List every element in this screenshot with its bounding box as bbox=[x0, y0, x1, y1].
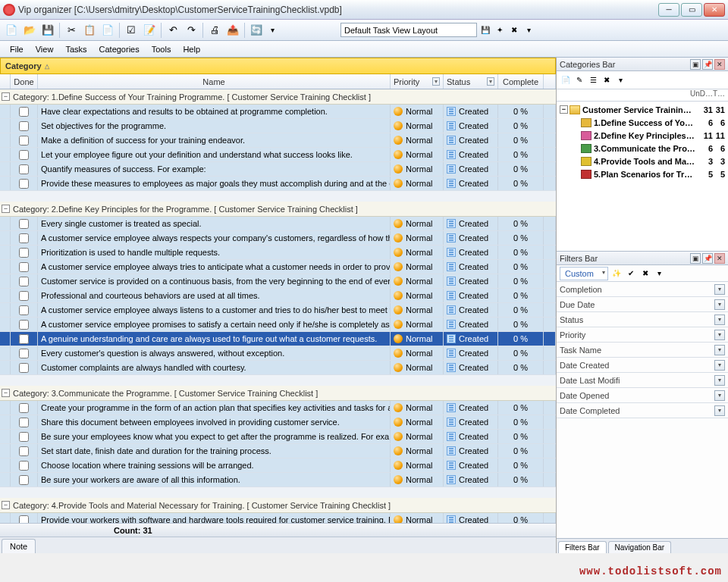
task-row[interactable]: Every customer's question is always answ… bbox=[0, 346, 556, 361]
panel-restore-icon[interactable]: ▣ bbox=[690, 59, 701, 70]
layout-delete-icon[interactable]: ✖ bbox=[508, 24, 520, 36]
filter-field[interactable]: Date Created▾ bbox=[557, 358, 728, 373]
chevron-down-icon[interactable]: ▾ bbox=[714, 299, 725, 310]
chevron-down-icon[interactable]: ▾ bbox=[714, 314, 725, 325]
done-checkbox[interactable] bbox=[19, 432, 29, 442]
done-checkbox[interactable] bbox=[19, 164, 29, 174]
print-icon[interactable]: 🖨 bbox=[206, 22, 223, 39]
done-checkbox[interactable] bbox=[19, 418, 29, 427]
done-checkbox[interactable] bbox=[19, 291, 29, 301]
menu-help[interactable]: Help bbox=[177, 42, 206, 56]
task-row[interactable]: Prioritization is used to handle multipl… bbox=[0, 246, 556, 260]
category-item[interactable]: 2.Define Key Principles for the1111 bbox=[557, 129, 728, 142]
tab-note[interactable]: Note bbox=[2, 539, 36, 553]
cat-dropdown-icon[interactable]: ▾ bbox=[614, 74, 626, 86]
expand-icon[interactable]: − bbox=[560, 105, 568, 114]
collapse-icon[interactable]: − bbox=[2, 92, 10, 101]
checkbox-icon[interactable]: ☑ bbox=[123, 22, 140, 39]
menu-file[interactable]: File bbox=[5, 42, 29, 56]
collapse-icon[interactable]: − bbox=[2, 389, 10, 397]
filters-pin-icon[interactable]: 📌 bbox=[702, 253, 713, 264]
group-by-header[interactable]: Category △ bbox=[0, 58, 556, 74]
task-row[interactable]: Be sure your workers are aware of all th… bbox=[0, 473, 556, 487]
priority-filter-icon[interactable]: ▾ bbox=[432, 77, 440, 86]
done-checkbox[interactable] bbox=[19, 136, 29, 146]
new-file-icon[interactable]: 📄 bbox=[3, 22, 20, 39]
task-row[interactable]: Professional and courteous behaviors are… bbox=[0, 289, 556, 303]
open-icon[interactable]: 📂 bbox=[21, 22, 38, 39]
menu-categories[interactable]: Categories bbox=[94, 42, 145, 56]
layout-dropdown-icon[interactable]: ▾ bbox=[522, 24, 535, 36]
maximize-button[interactable]: ▭ bbox=[681, 3, 702, 17]
group-header[interactable]: −Category: 1.Define Success of Your Trai… bbox=[0, 89, 556, 105]
task-row[interactable]: Every single customer is treated as spec… bbox=[0, 217, 556, 231]
menu-tasks[interactable]: Tasks bbox=[60, 42, 92, 56]
done-checkbox[interactable] bbox=[19, 320, 29, 330]
done-checkbox[interactable] bbox=[19, 179, 29, 189]
minimize-button[interactable]: ─ bbox=[658, 3, 679, 17]
done-checkbox[interactable] bbox=[19, 334, 29, 344]
task-row[interactable]: Provide these measures to employees as m… bbox=[0, 177, 556, 191]
copy-icon[interactable]: 📋 bbox=[81, 22, 98, 39]
tab-filters-bar[interactable]: Filters Bar bbox=[558, 541, 607, 553]
menu-view[interactable]: View bbox=[30, 42, 59, 56]
filter-wand-icon[interactable]: ✨ bbox=[610, 268, 623, 280]
menu-tools[interactable]: Tools bbox=[146, 42, 177, 56]
group-header[interactable]: −Category: 4.Provide Tools and Material … bbox=[0, 498, 556, 513]
panel-close-icon[interactable]: ✕ bbox=[714, 59, 725, 70]
done-checkbox[interactable] bbox=[19, 107, 29, 117]
group-header[interactable]: −Category: 3.Communicate the Programme. … bbox=[0, 386, 556, 401]
chevron-down-icon[interactable]: ▾ bbox=[714, 284, 725, 295]
filter-check-icon[interactable]: ✔ bbox=[625, 268, 637, 280]
filter-preset-dropdown[interactable]: Custom bbox=[560, 267, 608, 280]
task-row[interactable]: Choose location where training sessions … bbox=[0, 458, 556, 473]
filter-field[interactable]: Date Completed▾ bbox=[557, 403, 728, 418]
done-checkbox[interactable] bbox=[19, 150, 29, 160]
task-row[interactable]: Share this document between employees in… bbox=[0, 415, 556, 430]
filter-dropdown-icon[interactable]: ▾ bbox=[654, 268, 666, 280]
cat-delete-icon[interactable]: ✖ bbox=[601, 74, 613, 86]
done-checkbox[interactable] bbox=[19, 277, 29, 286]
filter-field[interactable]: Due Date▾ bbox=[557, 297, 728, 312]
category-item[interactable]: 3.Communicate the Programme66 bbox=[557, 142, 728, 155]
task-row[interactable]: Quantify measures of success. For exampl… bbox=[0, 162, 556, 177]
save-icon[interactable]: 💾 bbox=[39, 22, 56, 39]
filter-field[interactable]: Date Opened▾ bbox=[557, 388, 728, 403]
done-checkbox[interactable] bbox=[19, 363, 29, 373]
task-row[interactable]: Customer service is provided on a contin… bbox=[0, 274, 556, 289]
chevron-down-icon[interactable]: ▾ bbox=[714, 345, 725, 355]
category-item[interactable]: 1.Define Success of Your Train66 bbox=[557, 116, 728, 129]
cat-new-icon[interactable]: 📄 bbox=[560, 74, 572, 86]
cat-list-icon[interactable]: ☰ bbox=[587, 74, 599, 86]
task-row[interactable]: Create your programme in the form of an … bbox=[0, 401, 556, 415]
done-checkbox[interactable] bbox=[19, 219, 29, 229]
chevron-down-icon[interactable]: ▾ bbox=[714, 390, 725, 401]
chevron-down-icon[interactable]: ▾ bbox=[714, 405, 725, 416]
task-row[interactable]: Have clear expectations and results to b… bbox=[0, 105, 556, 119]
task-row[interactable]: A genuine understanding and care are alw… bbox=[0, 332, 556, 346]
filter-field[interactable]: Completion▾ bbox=[557, 282, 728, 297]
collapse-icon[interactable]: − bbox=[2, 205, 10, 213]
task-row[interactable]: Set objectives for the programme.NormalC… bbox=[0, 119, 556, 133]
col-done[interactable]: Done bbox=[11, 74, 38, 89]
layout-save-icon[interactable]: 💾 bbox=[479, 24, 491, 36]
done-checkbox[interactable] bbox=[19, 461, 29, 471]
task-row[interactable]: A customer service employee promises to … bbox=[0, 318, 556, 332]
category-root[interactable]: −Customer Service Training Che3131 bbox=[557, 103, 728, 116]
chevron-down-icon[interactable]: ▾ bbox=[714, 330, 725, 340]
col-complete[interactable]: Complete bbox=[498, 74, 544, 89]
paste-icon[interactable]: 📄 bbox=[99, 22, 116, 39]
redo-icon[interactable]: ↷ bbox=[183, 22, 199, 39]
filter-field[interactable]: Date Last Modifi▾ bbox=[557, 373, 728, 388]
close-button[interactable]: ✕ bbox=[704, 3, 725, 17]
task-row[interactable]: A customer service employee always liste… bbox=[0, 303, 556, 318]
layout-gear-icon[interactable]: ✦ bbox=[494, 24, 506, 36]
collapse-icon[interactable]: − bbox=[2, 501, 10, 509]
refresh-icon[interactable]: 🔄 bbox=[248, 22, 265, 39]
task-row[interactable]: Customer complaints are always handled w… bbox=[0, 361, 556, 375]
done-checkbox[interactable] bbox=[19, 233, 29, 243]
filter-clear-icon[interactable]: ✖ bbox=[639, 268, 651, 280]
status-filter-icon[interactable]: ▾ bbox=[487, 77, 494, 86]
category-item[interactable]: 4.Provide Tools and Material N33 bbox=[557, 155, 728, 167]
task-row[interactable]: Let your employee figure out your defini… bbox=[0, 148, 556, 162]
